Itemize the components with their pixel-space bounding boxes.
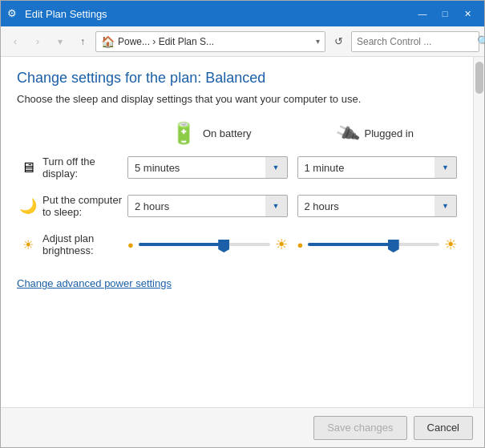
page-subtitle: Choose the sleep and display settings th… — [17, 93, 457, 105]
address-icon: 🏠 — [101, 35, 115, 48]
display-icon: 🖥 — [17, 159, 39, 176]
display-controls: 5 minutes 1 minute 2 minutes 3 minutes 1… — [127, 156, 457, 179]
maximize-button[interactable]: □ — [434, 6, 455, 22]
title-controls: — □ ✕ — [412, 6, 478, 22]
sleep-controls: 2 hours 1 minute 5 minutes 30 minutes 1 … — [127, 195, 457, 217]
window-title: Edit Plan Settings — [25, 8, 412, 20]
sleep-battery-dropdown[interactable]: 2 hours 1 minute 5 minutes 30 minutes 1 … — [127, 195, 288, 217]
content: Change settings for the plan: Balanced C… — [1, 57, 484, 407]
brightness-controls: ● ☀ ● ☀ — [127, 236, 457, 253]
close-button[interactable]: ✕ — [457, 6, 478, 22]
sleep-plugged-dropdown[interactable]: 2 hours 1 minute 5 minutes 30 minutes 1 … — [297, 195, 458, 217]
brightness-icon: ☀ — [17, 237, 39, 252]
battery-column-header: 🔋 On battery — [129, 121, 293, 146]
brightness-battery-fill — [139, 243, 224, 246]
brightness-setting-row: ☀ Adjust plan brightness: ● ☀ ● — [17, 232, 457, 256]
brightness-battery-track — [139, 243, 270, 246]
battery-label: On battery — [203, 127, 252, 139]
plugged-label: Plugged in — [365, 127, 414, 139]
plugged-column-header: 🔌 Plugged in — [293, 123, 458, 144]
save-button[interactable]: Save changes — [313, 416, 406, 440]
brightness-battery-thumb[interactable] — [218, 236, 229, 252]
display-plugged-dropdown-wrapper: 1 minute 2 minutes 5 minutes Never — [297, 156, 458, 179]
sun-bright-plugged-icon: ☀ — [444, 236, 457, 253]
battery-icon: 🔋 — [171, 121, 196, 146]
brightness-plugged-slider-group: ● ☀ — [297, 236, 458, 253]
sun-dim-plugged-icon: ● — [297, 239, 304, 251]
title-bar: ⚙ Edit Plan Settings — □ ✕ — [1, 1, 484, 26]
refresh-button[interactable]: ↺ — [329, 32, 348, 51]
window-icon: ⚙ — [7, 7, 20, 20]
sleep-icon: 🌙 — [17, 197, 39, 215]
brightness-plugged-thumb[interactable] — [388, 236, 399, 252]
up-button[interactable]: ↑ — [73, 32, 92, 51]
display-battery-dropdown-wrapper: 5 minutes 1 minute 2 minutes 3 minutes 1… — [127, 156, 288, 179]
cancel-button[interactable]: Cancel — [414, 416, 473, 440]
brightness-plugged-fill — [308, 243, 393, 246]
plug-icon: 🔌 — [333, 120, 361, 147]
sun-dim-battery-icon: ● — [127, 239, 134, 251]
column-headers: 🔋 On battery 🔌 Plugged in — [17, 121, 457, 146]
footer: Save changes Cancel — [1, 407, 484, 447]
search-icon[interactable]: 🔍 — [477, 35, 485, 47]
display-battery-dropdown[interactable]: 5 minutes 1 minute 2 minutes 3 minutes 1… — [127, 156, 288, 179]
sleep-label: Put the computer to sleep: — [39, 194, 127, 218]
search-input[interactable] — [357, 36, 477, 47]
sleep-setting-row: 🌙 Put the computer to sleep: 2 hours 1 m… — [17, 194, 457, 218]
main-content: Change settings for the plan: Balanced C… — [1, 57, 473, 407]
minimize-button[interactable]: — — [412, 6, 433, 22]
address-dropdown-icon[interactable]: ▾ — [316, 37, 320, 46]
sleep-battery-dropdown-wrapper: 2 hours 1 minute 5 minutes 30 minutes 1 … — [127, 195, 288, 217]
sun-bright-battery-icon: ☀ — [275, 236, 288, 253]
display-setting-row: 🖥 Turn off the display: 5 minutes 1 minu… — [17, 155, 457, 180]
address-text: Powe... › Edit Plan S... — [118, 36, 316, 47]
brightness-plugged-track — [308, 243, 439, 246]
brightness-label: Adjust plan brightness: — [39, 232, 127, 256]
forward-button[interactable]: › — [28, 32, 47, 51]
down-arrow-button[interactable]: ▾ — [51, 32, 70, 51]
page-title: Change settings for the plan: Balanced — [17, 70, 457, 87]
display-label: Turn off the display: — [39, 155, 127, 180]
scrollbar[interactable] — [473, 57, 484, 407]
advanced-power-settings-link[interactable]: Change advanced power settings — [17, 277, 172, 289]
display-plugged-dropdown[interactable]: 1 minute 2 minutes 5 minutes Never — [297, 156, 458, 179]
sleep-plugged-dropdown-wrapper: 2 hours 1 minute 5 minutes 30 minutes 1 … — [297, 195, 458, 217]
search-bar[interactable]: 🔍 — [351, 31, 479, 52]
back-button[interactable]: ‹ — [6, 32, 25, 51]
brightness-battery-slider-group: ● ☀ — [127, 236, 288, 253]
scroll-thumb[interactable] — [475, 62, 483, 94]
toolbar: ‹ › ▾ ↑ 🏠 Powe... › Edit Plan S... ▾ ↺ 🔍 — [1, 26, 484, 57]
address-bar[interactable]: 🏠 Powe... › Edit Plan S... ▾ — [95, 31, 325, 52]
window: ⚙ Edit Plan Settings — □ ✕ ‹ › ▾ ↑ 🏠 Pow… — [0, 0, 485, 448]
